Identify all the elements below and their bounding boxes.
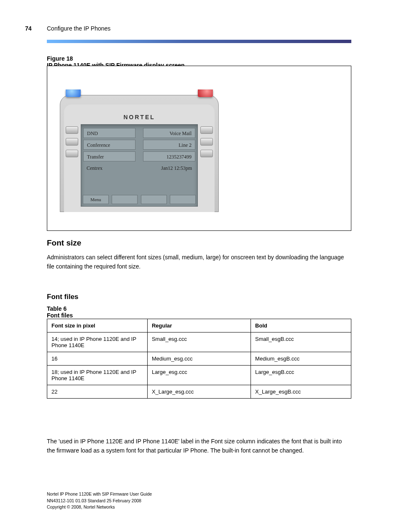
table-cell: Small_esg.ccc xyxy=(147,332,251,352)
lcd-timestamp: Jan12 12:53pm xyxy=(143,163,195,173)
softkey-4[interactable] xyxy=(170,195,196,204)
side-buttons-right xyxy=(200,126,213,161)
page-footer: Nortel IP Phone 1120E with SIP Firmware … xyxy=(47,491,152,510)
softkey-1[interactable]: Menu xyxy=(83,195,109,204)
table-row: 14; used in IP Phone 1120E and IP Phone … xyxy=(47,332,351,352)
font-files-table: Font size in pixel Regular Bold 14; used… xyxy=(47,319,351,399)
table-cell: Medium_esgB.ccc xyxy=(251,352,351,366)
footer-copyright: Copyright © 2008, Nortel Networks xyxy=(47,504,152,510)
page-number: 74 xyxy=(25,25,32,32)
table-header-row: Font size in pixel Regular Bold xyxy=(47,319,351,332)
table-header: Regular xyxy=(147,319,251,332)
table-cell: Large_esg.ccc xyxy=(147,366,251,385)
footer-meta: NN43112-101 01.03 Standard 25 February 2… xyxy=(47,498,152,504)
line-button[interactable] xyxy=(200,150,213,157)
table-row: 16 Medium_esg.ccc Medium_esgB.ccc xyxy=(47,352,351,366)
lcd-key-right-1: Voice Mail xyxy=(143,128,195,138)
brand-label: NORTEL xyxy=(81,110,198,124)
led-blue xyxy=(66,90,81,97)
led-red xyxy=(198,90,213,97)
table-cell: 16 xyxy=(47,352,148,366)
phone-illustration: NORTEL DND Voice Mail Conference Line 2 … xyxy=(60,84,219,212)
lcd-key-left-1: DND xyxy=(83,128,136,138)
table-caption-text: Font files xyxy=(47,312,73,319)
softkey-2[interactable] xyxy=(112,195,138,204)
font-size-paragraph: Administrators can select different font… xyxy=(47,253,351,271)
table-cell: 22 xyxy=(47,385,148,399)
header-rule xyxy=(47,40,351,43)
footer-doc-title: Nortel IP Phone 1120E with SIP Firmware … xyxy=(47,491,152,497)
table-cell: Large_esgB.ccc xyxy=(251,366,351,385)
table-cell: X_Large_esgB.ccc xyxy=(251,385,351,399)
lcd-key-left-2: Conference xyxy=(83,140,136,150)
table-cell: 14; used in IP Phone 1120E and IP Phone … xyxy=(47,332,148,352)
line-button[interactable] xyxy=(200,138,213,146)
section-heading-font-files: Font files xyxy=(47,293,79,301)
table-header: Bold xyxy=(251,319,351,332)
chapter-title: Configure the IP Phones xyxy=(47,25,110,32)
table-cell: Small_esgB.ccc xyxy=(251,332,351,352)
table-cell: X_Large_esg.ccc xyxy=(147,385,251,399)
figure-number: Figure 18 xyxy=(47,55,73,62)
explanatory-paragraph: The 'used in IP Phone 1120E and IP Phone… xyxy=(47,437,351,455)
line-button[interactable] xyxy=(66,138,78,146)
line-button[interactable] xyxy=(66,150,78,157)
lcd-key-left-3: Transfer xyxy=(83,151,136,161)
phone-lcd: DND Voice Mail Conference Line 2 Transfe… xyxy=(81,124,198,207)
figure-box: NORTEL DND Voice Mail Conference Line 2 … xyxy=(47,66,351,231)
table-cell: 18; used in IP Phone 1120E and IP Phone … xyxy=(47,366,148,385)
table-cell: Medium_esg.ccc xyxy=(147,352,251,366)
table-row: 18; used in IP Phone 1120E and IP Phone … xyxy=(47,366,351,385)
line-button[interactable] xyxy=(200,126,213,134)
table-row: 22 X_Large_esg.ccc X_Large_esgB.ccc xyxy=(47,385,351,399)
lcd-key-right-3: 1235237499 xyxy=(143,151,195,161)
line-button[interactable] xyxy=(66,126,78,134)
softkey-row: Menu xyxy=(81,195,197,204)
lcd-label: Centrex xyxy=(83,163,136,173)
table-caption: Table 6 Font files xyxy=(47,305,73,319)
lcd-key-right-2: Line 2 xyxy=(143,140,195,150)
table-header: Font size in pixel xyxy=(47,319,148,332)
section-heading-font-size: Font size xyxy=(47,238,81,248)
table-number: Table 6 xyxy=(47,305,66,312)
softkey-3[interactable] xyxy=(141,195,167,204)
side-buttons-left xyxy=(66,126,78,161)
